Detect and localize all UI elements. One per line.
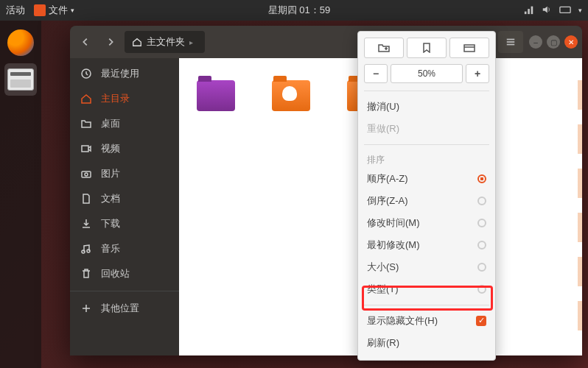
clock[interactable]: 星期四 01：59 xyxy=(74,4,524,17)
sidebar-item-desktop[interactable]: 桌面 xyxy=(70,111,179,136)
dock-firefox[interactable] xyxy=(4,26,37,59)
dock-files[interactable] xyxy=(4,63,37,96)
sidebar-item-downloads[interactable]: 下载 xyxy=(70,211,179,236)
show-hidden-item[interactable]: 显示隐藏文件(H) xyxy=(364,310,489,332)
menu-item-label: 重做(R) xyxy=(367,122,399,135)
menu-item-label: 大小(S) xyxy=(367,261,399,274)
sidebar-item-label: 音乐 xyxy=(101,242,120,255)
sidebar-item-videos[interactable]: 视频 xyxy=(70,136,179,161)
svg-point-15 xyxy=(85,173,88,176)
radio-icon xyxy=(477,241,486,250)
zoom-value: 50% xyxy=(391,64,463,83)
sort-option-mtime[interactable]: 修改时间(M) xyxy=(364,212,489,234)
zoom-in-button[interactable]: + xyxy=(466,64,489,83)
volume-icon[interactable] xyxy=(542,4,552,17)
radio-icon xyxy=(477,263,486,272)
location-label: 主文件夹 xyxy=(147,35,185,49)
plus-icon xyxy=(80,302,92,314)
hamburger-button[interactable] xyxy=(498,31,523,53)
svg-point-17 xyxy=(87,250,90,252)
sort-option-first-modified[interactable]: 最初修改(M) xyxy=(364,234,489,256)
bookmark-button[interactable] xyxy=(407,38,447,58)
menu-item-label: 刷新(R) xyxy=(367,336,399,350)
folder-item[interactable] xyxy=(272,80,310,111)
radio-icon xyxy=(477,285,486,294)
sidebar-item-label: 其他位置 xyxy=(101,302,139,315)
titlebar: 主文件夹 ▸ – ▢ ✕ xyxy=(70,26,582,58)
sidebar-item-label: 下载 xyxy=(101,217,120,230)
sidebar-item-recent[interactable]: 最近使用 xyxy=(70,61,179,86)
home-icon xyxy=(80,93,92,105)
clock-icon xyxy=(80,68,92,79)
sidebar-separator xyxy=(70,291,179,291)
activities-button[interactable]: 活动 xyxy=(6,4,25,17)
refresh-item[interactable]: 刷新(R) xyxy=(364,332,489,354)
menu-item-label: 倒序(Z-A) xyxy=(367,194,408,208)
sort-option-type[interactable]: 类型(T) xyxy=(364,278,489,300)
close-button[interactable]: ✕ xyxy=(564,35,578,49)
redo-item: 重做(R) xyxy=(364,118,489,140)
folder-item[interactable] xyxy=(197,80,235,111)
sort-header: 排序 xyxy=(364,149,489,168)
firefox-icon xyxy=(7,29,34,56)
sort-option-size[interactable]: 大小(S) xyxy=(364,256,489,278)
zoom-out-button[interactable]: − xyxy=(364,64,388,83)
sidebar-item-other[interactable]: 其他位置 xyxy=(70,296,179,321)
sidebar-item-pictures[interactable]: 图片 xyxy=(70,161,179,186)
svg-rect-14 xyxy=(82,171,91,177)
radio-icon xyxy=(477,174,486,183)
undo-item[interactable]: 撤消(U) xyxy=(364,96,489,118)
svg-rect-13 xyxy=(82,146,88,152)
chevron-right-icon: ▸ xyxy=(189,38,193,46)
svg-rect-2 xyxy=(531,6,533,14)
sidebar-item-documents[interactable]: 文档 xyxy=(70,186,179,211)
sort-option-az[interactable]: 顺序(A-Z) xyxy=(364,168,489,190)
sidebar-item-label: 视频 xyxy=(101,142,120,155)
radio-icon xyxy=(477,197,486,205)
radio-icon xyxy=(477,219,486,227)
menu-item-label: 类型(T) xyxy=(367,283,399,296)
new-tab-button[interactable] xyxy=(449,38,489,58)
menu-separator xyxy=(364,144,489,145)
sidebar-item-home[interactable]: 主目录 xyxy=(70,86,179,111)
files-window: 主文件夹 ▸ – ▢ ✕ 最近使用 主目录 桌面 xyxy=(70,26,582,355)
menu-item-label: 撤消(U) xyxy=(367,100,399,113)
camera-icon xyxy=(80,168,92,180)
sidebar-item-trash[interactable]: 回收站 xyxy=(70,261,179,286)
svg-rect-18 xyxy=(464,45,475,52)
app-menu[interactable]: 文件 ▾ xyxy=(34,4,74,17)
partial-folders xyxy=(578,80,582,333)
maximize-button[interactable]: ▢ xyxy=(547,35,560,49)
folder-icon xyxy=(80,118,92,130)
sort-option-za[interactable]: 倒序(Z-A) xyxy=(364,190,489,212)
keyboard-icon[interactable] xyxy=(559,4,571,17)
location-button[interactable]: 主文件夹 ▸ xyxy=(125,31,205,53)
menu-item-label: 显示隐藏文件(H) xyxy=(367,314,438,328)
system-menu-chevron-icon[interactable]: ▾ xyxy=(578,7,582,14)
minimize-button[interactable]: – xyxy=(529,35,542,49)
svg-rect-0 xyxy=(525,11,527,14)
download-icon xyxy=(80,218,92,230)
files-icon xyxy=(7,68,34,91)
bookmark-icon xyxy=(422,43,431,53)
top-panel: 活动 文件 ▾ 星期四 01：59 ▾ xyxy=(0,0,588,21)
sidebar-item-label: 主目录 xyxy=(101,92,130,105)
menu-item-label: 顺序(A-Z) xyxy=(367,172,408,185)
view-menu-popover: − 50% + 撤消(U) 重做(R) 排序 顺序(A-Z) 倒序(Z-A) 修… xyxy=(357,31,496,361)
menu-item-label: 最初修改(M) xyxy=(367,238,420,252)
tab-icon xyxy=(463,43,475,53)
new-folder-button[interactable] xyxy=(364,38,404,58)
network-icon[interactable] xyxy=(524,4,534,17)
sidebar-item-label: 文档 xyxy=(101,192,120,205)
sidebar-item-label: 最近使用 xyxy=(101,67,139,80)
trash-icon xyxy=(80,268,92,280)
menu-separator xyxy=(364,91,489,91)
menu-item-label: 修改时间(M) xyxy=(367,216,420,230)
back-button[interactable] xyxy=(74,31,97,53)
forward-button[interactable] xyxy=(99,31,122,53)
svg-rect-3 xyxy=(560,7,570,13)
home-icon xyxy=(132,37,142,47)
music-icon xyxy=(80,243,92,255)
sidebar-item-music[interactable]: 音乐 xyxy=(70,236,179,261)
dock xyxy=(0,21,41,368)
